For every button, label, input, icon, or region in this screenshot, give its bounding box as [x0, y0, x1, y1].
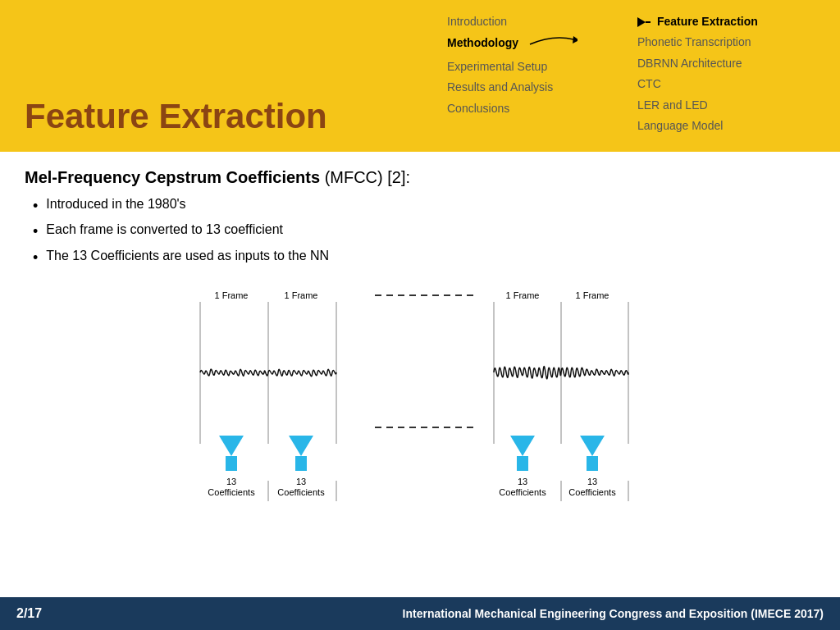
svg-rect-2 [646, 21, 651, 23]
svg-text:Coefficients: Coefficients [499, 487, 546, 497]
arrow-down-2 [289, 436, 313, 456]
nav-phonetic[interactable]: Phonetic Transcription [637, 33, 828, 51]
nav-ctc[interactable]: CTC [637, 75, 828, 93]
waveform-diagram: 1 Frame 1 Frame 1 Frame 1 Frame [190, 284, 650, 514]
mfcc-heading: Mel-Frequency Cepstrum Coefficients (MFC… [25, 168, 815, 187]
svg-text:13: 13 [226, 477, 236, 486]
svg-text:1 Frame: 1 Frame [506, 290, 540, 300]
nav-col-1: Introduction Methodology Experimental Se… [447, 8, 637, 144]
svg-marker-0 [573, 36, 578, 43]
svg-rect-17 [517, 456, 528, 471]
nav-col-2: Feature Extraction Phonetic Transcriptio… [637, 8, 828, 144]
mfcc-normal: (MFCC) [2]: [320, 168, 410, 186]
svg-text:13: 13 [587, 477, 597, 486]
svg-rect-18 [587, 456, 598, 471]
nav-ler-led[interactable]: LER and LED [637, 96, 828, 114]
arrow-down-3 [510, 436, 535, 456]
bullet-list: Introduced in the 1980's Each frame is c… [33, 197, 815, 267]
arrow-down-4 [580, 436, 605, 456]
svg-rect-16 [295, 456, 307, 471]
svg-text:13: 13 [518, 477, 527, 486]
footer-conference: International Mechanical Engineering Con… [403, 607, 824, 620]
footer-page: 2/17 [16, 606, 42, 621]
nav-methodology[interactable]: Methodology [447, 33, 637, 52]
svg-text:Coefficients: Coefficients [208, 487, 255, 497]
nav-feature-extraction[interactable]: Feature Extraction [637, 12, 828, 30]
arrow-right-icon [637, 17, 651, 27]
bullet-3: The 13 Coefficients are used as inputs t… [33, 249, 815, 267]
svg-text:13: 13 [296, 477, 306, 486]
nav-area: Introduction Methodology Experimental Se… [435, 0, 840, 152]
nav-results[interactable]: Results and Analysis [447, 78, 637, 96]
svg-marker-1 [637, 17, 646, 27]
svg-text:1 Frame: 1 Frame [215, 290, 249, 300]
header-nav: Feature Extraction Introduction Methodol… [0, 0, 840, 152]
bullet-2: Each frame is converted to 13 coefficien… [33, 222, 815, 241]
svg-text:Coefficients: Coefficients [568, 487, 616, 497]
waveform-svg: 1 Frame 1 Frame 1 Frame 1 Frame [190, 284, 650, 514]
nav-language-model[interactable]: Language Model [637, 116, 828, 135]
main-content: Mel-Frequency Cepstrum Coefficients (MFC… [0, 152, 840, 597]
footer: 2/17 International Mechanical Engineerin… [0, 597, 840, 630]
nav-conclusions[interactable]: Conclusions [447, 99, 637, 117]
nav-dbrnn[interactable]: DBRNN Architecture [637, 54, 828, 72]
slide-title: Feature Extraction [25, 98, 327, 135]
mfcc-bold: Mel-Frequency Cepstrum Coefficients [25, 168, 320, 186]
nav-experimental-setup[interactable]: Experimental Setup [447, 57, 637, 75]
diagram-container: 1 Frame 1 Frame 1 Frame 1 Frame [25, 284, 815, 514]
arrow-icon [528, 33, 578, 48]
arrow-down-1 [219, 436, 244, 456]
title-area: Feature Extraction [0, 0, 435, 152]
svg-text:Coefficients: Coefficients [277, 487, 325, 497]
svg-text:1 Frame: 1 Frame [285, 290, 318, 300]
svg-rect-15 [226, 456, 237, 471]
svg-text:1 Frame: 1 Frame [576, 290, 609, 300]
bullet-1: Introduced in the 1980's [33, 197, 815, 216]
nav-introduction[interactable]: Introduction [447, 12, 637, 30]
